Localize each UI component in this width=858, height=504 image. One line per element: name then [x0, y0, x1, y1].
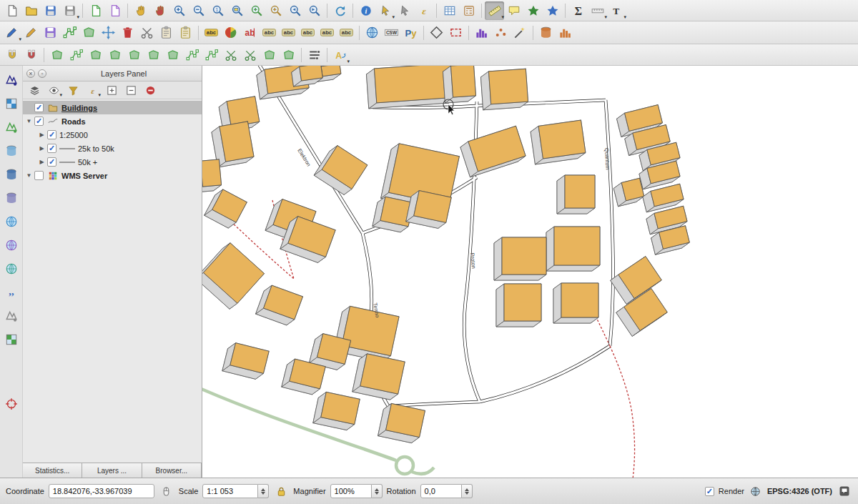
layer-row-50k[interactable]: ▶✓50k +: [23, 155, 202, 169]
tab-layers[interactable]: Layers ...: [82, 463, 142, 478]
crs-status-button[interactable]: EPSG:4326 (OTF): [767, 487, 832, 495]
select-by-expression[interactable]: ε: [414, 1, 433, 20]
text-annotation[interactable]: T: [607, 1, 626, 20]
expander-icon[interactable]: ▶: [37, 159, 46, 165]
new-print-composer[interactable]: [86, 1, 105, 20]
layer-checkbox[interactable]: ✓: [34, 117, 44, 126]
expander-icon[interactable]: ▼: [24, 118, 34, 124]
deselect-features[interactable]: [395, 1, 414, 20]
float-panel-button[interactable]: ◦: [38, 69, 46, 78]
scale-dropdown-arrows[interactable]: [258, 484, 269, 498]
paste-features[interactable]: [176, 24, 195, 42]
label-toolbar[interactable]: ab: [240, 24, 260, 42]
interpolation[interactable]: [491, 24, 511, 42]
tab-browser[interactable]: Browser...: [142, 463, 202, 478]
statistical-summary[interactable]: Σ: [568, 1, 588, 20]
measure-line[interactable]: [485, 1, 504, 20]
map-canvas[interactable]: ElektronQuantumProtonTermo: [202, 66, 858, 478]
save-layer-edits[interactable]: [41, 24, 60, 42]
map-tips[interactable]: [504, 1, 523, 20]
zoom-in[interactable]: [169, 1, 189, 20]
add-mssql-layer[interactable]: [2, 189, 21, 207]
filter-legend[interactable]: [64, 82, 82, 98]
zoom-to-layer[interactable]: [266, 1, 285, 20]
layer-labeling[interactable]: abc: [202, 24, 221, 42]
merge-attributes[interactable]: [279, 46, 298, 64]
new-geopackage-layer[interactable]: [2, 331, 21, 348]
zoom-actual[interactable]: 1: [208, 1, 227, 20]
clipper[interactable]: [446, 24, 465, 42]
add-wfs-layer[interactable]: [2, 260, 21, 277]
db-manager[interactable]: [536, 24, 556, 42]
snapping-options[interactable]: [305, 46, 324, 64]
add-wms-layer[interactable]: [2, 213, 21, 230]
geometry-checker[interactable]: [427, 24, 446, 42]
layer-row-wms-server[interactable]: ▼WMS Server: [23, 169, 202, 182]
layer-checkbox[interactable]: ✓: [34, 103, 44, 112]
add-delimited-text-layer[interactable]: ,,: [2, 284, 21, 301]
split-features[interactable]: [221, 46, 240, 64]
copy-features[interactable]: [157, 24, 176, 42]
layer-checkbox[interactable]: [34, 171, 44, 180]
field-calculator[interactable]: [459, 1, 478, 20]
highlight-pinned-labels[interactable]: abc: [279, 24, 298, 42]
zoom-full[interactable]: [227, 1, 247, 20]
add-ring[interactable]: [86, 46, 105, 64]
delete-ring[interactable]: [144, 46, 163, 64]
pan-map[interactable]: [131, 1, 150, 20]
enable-tracing[interactable]: [21, 46, 41, 64]
select-features[interactable]: [375, 1, 395, 20]
auto-label[interactable]: A: [330, 46, 350, 64]
layer-row-1-25000[interactable]: ▶✓1:25000: [23, 128, 202, 142]
expand-all[interactable]: [103, 82, 120, 98]
layer-row-buildings[interactable]: ✓Buildings: [23, 101, 202, 114]
layer-checkbox[interactable]: ✓: [47, 157, 56, 167]
layer-diagrams[interactable]: [221, 24, 240, 42]
collapse-all[interactable]: [122, 82, 139, 98]
delete-selected[interactable]: [118, 24, 137, 42]
layer-checkbox[interactable]: ✓: [47, 130, 56, 139]
csw-service[interactable]: CSW: [382, 24, 401, 42]
rotate-label[interactable]: abc: [317, 24, 337, 42]
cut-features[interactable]: [137, 24, 157, 42]
add-raster-layer[interactable]: [2, 95, 21, 112]
layer-checkbox[interactable]: ✓: [47, 144, 56, 153]
zoom-out[interactable]: [189, 1, 208, 20]
refresh-map[interactable]: [330, 1, 350, 20]
remove-layer[interactable]: [142, 82, 159, 98]
scale-value[interactable]: 1:1 053: [202, 484, 258, 498]
fill-ring[interactable]: [124, 46, 144, 64]
change-label[interactable]: abc: [337, 24, 356, 42]
coordinate-input[interactable]: 18.842076,-33.967039: [49, 484, 154, 498]
coordinate-display-toggle[interactable]: [159, 482, 174, 500]
toggle-editing[interactable]: [21, 24, 41, 42]
expander-icon[interactable]: ▶: [37, 145, 46, 152]
rotate-feature[interactable]: [47, 46, 66, 64]
delete-part[interactable]: [163, 46, 182, 64]
render-checkbox[interactable]: ✓: [705, 487, 714, 496]
zoom-to-selection[interactable]: [247, 1, 266, 20]
current-edits[interactable]: [2, 24, 21, 42]
open-attribute-table[interactable]: [440, 1, 459, 20]
open-layer-styling[interactable]: [26, 82, 43, 98]
magnifier-stepper[interactable]: [372, 484, 383, 498]
rotation-spinbox[interactable]: 0,0: [420, 484, 473, 498]
add-vector-layer[interactable]: [2, 71, 21, 89]
simplify-feature[interactable]: [66, 46, 86, 64]
tab-statistics[interactable]: Statistics...: [23, 463, 82, 478]
magnifier-value[interactable]: 100%: [330, 484, 372, 498]
move-feature[interactable]: [99, 24, 118, 42]
close-panel-button[interactable]: ×: [26, 69, 35, 78]
move-label[interactable]: abc: [298, 24, 317, 42]
reshape-features[interactable]: [202, 46, 221, 64]
filter-by-expression[interactable]: ε: [84, 82, 101, 98]
new-bookmark[interactable]: [523, 1, 543, 20]
zoom-last[interactable]: [285, 1, 305, 20]
event-layer[interactable]: [556, 24, 575, 42]
add-postgis-layer[interactable]: [2, 166, 21, 183]
rotation-stepper[interactable]: [462, 484, 473, 498]
node-tool[interactable]: [60, 24, 79, 42]
measure-angle[interactable]: [588, 1, 607, 20]
new-project[interactable]: [2, 1, 21, 20]
heatmap-tool[interactable]: [511, 24, 530, 42]
